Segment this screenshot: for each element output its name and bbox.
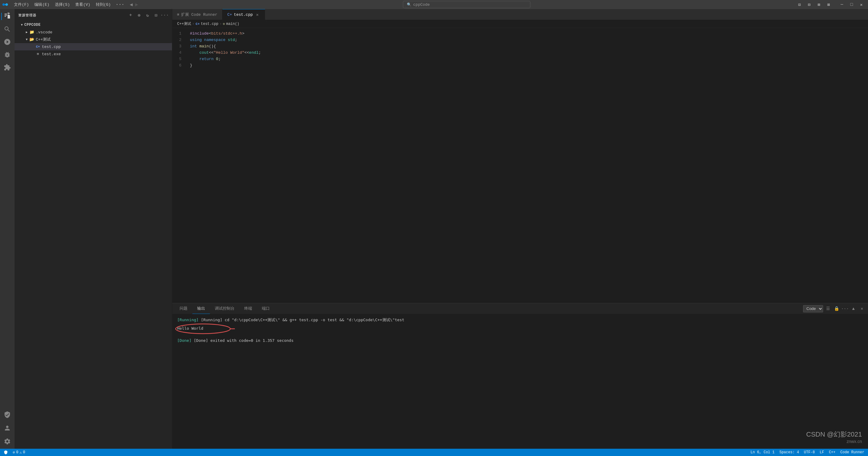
status-encoding[interactable]: UTF-8 <box>803 450 816 454</box>
close-btn[interactable]: ✕ <box>857 2 866 8</box>
tree-item-cpptest[interactable]: ▼ 📂 C++测试 <box>14 36 172 43</box>
tree-testexe-label: test.exe <box>42 52 61 56</box>
search-box[interactable]: 🔍 cppCode <box>403 1 530 8</box>
title-bar: 文件(F) 编辑(E) 选择(S) 查看(V) 转到(G) ··· ◀ ▶ 🔍 … <box>0 0 868 9</box>
tab-bar: ⊞ 扩展 Code Runner C+ test.cpp ✕ <box>172 9 868 20</box>
sidebar: 资源管理器 + ⊕ ↻ ⊟ ··· ▼ CPPCODE ▶ 📁 .vscode … <box>14 9 172 449</box>
tree-root[interactable]: ▼ CPPCODE <box>14 21 172 29</box>
sidebar-header: 资源管理器 + ⊕ ↻ ⊟ ··· <box>14 9 172 21</box>
panel-lock-btn[interactable]: 🔒 <box>833 305 840 312</box>
tree-cpptest-label: C++测试 <box>36 37 51 42</box>
tree-root-arrow: ▼ <box>20 23 24 27</box>
tab-close-btn[interactable]: ✕ <box>254 12 260 17</box>
nav-forward-icon[interactable]: ▶ <box>135 2 138 8</box>
menu-edit[interactable]: 编辑(E) <box>32 1 52 8</box>
editor-area: ⊞ 扩展 Code Runner C+ test.cpp ✕ C++测试 › C… <box>172 9 868 449</box>
main-layout: 资源管理器 + ⊕ ↻ ⊟ ··· ▼ CPPCODE ▶ 📁 .vscode … <box>0 9 868 449</box>
menu-file[interactable]: 文件(F) <box>11 1 31 8</box>
activity-extensions[interactable] <box>1 61 13 74</box>
running-tag: [Running] <box>177 318 198 322</box>
layout-btn-3[interactable]: ⊞ <box>815 2 823 8</box>
activity-explorer[interactable] <box>1 10 13 23</box>
tab-code-runner[interactable]: ⊞ 扩展 Code Runner <box>172 9 222 20</box>
menu-select[interactable]: 选择(S) <box>53 1 72 8</box>
menu-goto[interactable]: 转到(G) <box>93 1 113 8</box>
code-line-5: return 0; <box>190 56 863 62</box>
status-errors[interactable]: ⊘ 0 ⚠ 0 <box>11 450 26 455</box>
tree-item-testcpp[interactable]: C+ test.cpp <box>14 43 172 50</box>
activity-settings[interactable] <box>1 435 13 448</box>
new-folder-btn[interactable]: ⊕ <box>135 11 143 19</box>
tree-cpptest-arrow: ▼ <box>24 38 29 41</box>
activity-search[interactable] <box>1 23 13 35</box>
panel-tab-problems[interactable]: 问题 <box>175 303 192 314</box>
tree-vscode-arrow: ▶ <box>24 30 29 34</box>
title-search-area: 🔍 cppCode <box>141 1 793 8</box>
tab-cpp-icon: C+ <box>227 12 232 17</box>
output-running-line: [Running] [Running] cd "d:\cppCode\C++测试… <box>177 317 863 323</box>
activity-debug[interactable] <box>1 49 13 61</box>
status-cursor[interactable]: Ln 6, Col 1 <box>749 450 776 454</box>
activity-source-control[interactable] <box>1 36 13 48</box>
vscode-logo-icon <box>2 2 8 8</box>
panel-close-btn[interactable]: ✕ <box>858 305 866 312</box>
breadcrumb-file-icon: C+ <box>196 22 199 26</box>
menu-more[interactable]: ··· <box>114 1 126 8</box>
breadcrumb: C++测试 › C+ test.cpp › ⊙ main() <box>172 20 868 28</box>
code-runner-icon: ⊞ <box>177 12 179 17</box>
code-line-6: } <box>190 62 863 68</box>
status-eol[interactable]: LF <box>818 450 825 454</box>
menu-bar: 文件(F) 编辑(E) 选择(S) 查看(V) 转到(G) ··· <box>11 1 126 8</box>
more-actions-btn[interactable]: ··· <box>161 11 168 19</box>
panel-clear-btn[interactable]: ☰ <box>824 305 832 312</box>
sidebar-actions: + ⊕ ↻ ⊟ ··· <box>127 11 168 19</box>
folder-icon: 📁 <box>29 30 35 35</box>
new-file-btn[interactable]: + <box>127 11 134 19</box>
breadcrumb-func[interactable]: main() <box>226 22 239 26</box>
line-numbers: 1 2 3 4 5 6 <box>172 28 185 303</box>
error-icon: ⊘ <box>13 450 15 455</box>
code-runner-label: 扩展 Code Runner <box>181 12 218 17</box>
panel-tab-terminal[interactable]: 终端 <box>239 303 257 314</box>
panel-actions: Code ☰ 🔒 ··· ▲ ✕ <box>803 305 866 312</box>
status-right: Ln 6, Col 1 Spaces: 4 UTF-8 LF C++ Code … <box>749 450 866 454</box>
activity-account[interactable] <box>1 422 13 434</box>
status-remote[interactable] <box>2 450 9 454</box>
tab-testcpp[interactable]: C+ test.cpp ✕ <box>222 9 265 20</box>
breadcrumb-file[interactable]: test.cpp <box>201 22 218 26</box>
error-count: 0 <box>16 450 18 454</box>
layout-btn-1[interactable]: ⊡ <box>795 2 804 8</box>
layout-btn-2[interactable]: ⊟ <box>805 2 813 8</box>
panel-tab-bar: 问题 输出 调试控制台 终端 端口 Code ☰ 🔒 ··· ▲ ✕ <box>172 303 868 314</box>
status-language[interactable]: C++ <box>828 450 837 454</box>
nav-back-icon[interactable]: ◀ <box>130 2 133 8</box>
layout-btn-4[interactable]: ⊠ <box>824 2 833 8</box>
status-spaces[interactable]: Spaces: 4 <box>778 450 800 454</box>
running-cmd-text: [Running] cd "d:\cppCode\C++测试\" && g++ … <box>201 318 404 322</box>
hello-world-container: Hello World <box>177 325 203 332</box>
maximize-btn[interactable]: □ <box>847 2 856 8</box>
menu-view[interactable]: 查看(V) <box>73 1 93 8</box>
code-line-1: #include<bits/stdc++.h> <box>190 30 863 37</box>
tree-item-testexe[interactable]: ≡ test.exe <box>14 50 172 58</box>
status-code-runner[interactable]: Code Runner <box>839 450 866 454</box>
sidebar-title: 资源管理器 <box>18 13 36 18</box>
breadcrumb-root[interactable]: C++测试 <box>177 21 191 26</box>
collapse-btn[interactable]: ⊟ <box>153 11 160 19</box>
folder-open-icon: 📂 <box>29 37 35 42</box>
search-text: cppCode <box>413 2 430 7</box>
panel-content: [Running] [Running] cd "d:\cppCode\C++测试… <box>172 314 868 449</box>
refresh-btn[interactable]: ↻ <box>144 11 151 19</box>
panel-more-btn[interactable]: ··· <box>841 305 848 312</box>
code-content[interactable]: #include<bits/stdc++.h> using namespace … <box>185 28 868 303</box>
minimize-btn[interactable]: ─ <box>838 2 846 8</box>
panel-tab-ports[interactable]: 端口 <box>257 303 275 314</box>
activity-remote[interactable] <box>1 409 13 421</box>
warning-icon: ⚠ <box>20 450 22 455</box>
tree-item-vscode[interactable]: ▶ 📁 .vscode <box>14 29 172 36</box>
panel-tab-debug[interactable]: 调试控制台 <box>210 303 239 314</box>
panel-output-dropdown[interactable]: Code <box>803 305 823 312</box>
panel-expand-btn[interactable]: ▲ <box>850 305 857 312</box>
panel-tab-output[interactable]: 输出 <box>192 303 210 314</box>
tab-testcpp-label: test.cpp <box>234 12 253 17</box>
